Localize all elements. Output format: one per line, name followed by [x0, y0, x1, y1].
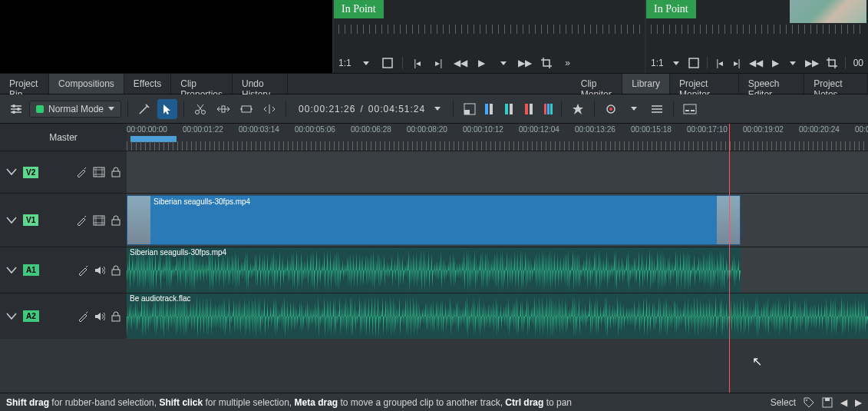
tab-project-bin[interactable]: Project Bin: [0, 74, 49, 94]
tab-project-notes[interactable]: Project Notes: [804, 74, 868, 94]
tab-effects[interactable]: Effects: [124, 74, 171, 94]
zoom-dropdown-icon[interactable]: [672, 56, 681, 70]
fullscreen-icon[interactable]: [688, 56, 699, 70]
track-collapse-icon[interactable]: [6, 168, 17, 176]
crop-icon[interactable]: [827, 56, 837, 70]
mixer-icon[interactable]: [460, 99, 480, 119]
master-track-label[interactable]: Master: [0, 124, 127, 151]
play-dropdown-icon[interactable]: [497, 56, 510, 70]
play-dropdown-icon[interactable]: [788, 56, 797, 70]
favorite-icon[interactable]: [568, 99, 588, 119]
monitor-ruler[interactable]: [338, 25, 640, 40]
track-label-a1[interactable]: A1: [23, 264, 39, 276]
svg-rect-19: [550, 104, 553, 114]
track-effects-icon[interactable]: [78, 311, 88, 322]
color-tag-blue[interactable]: [483, 103, 495, 115]
set-out-icon[interactable]: ▸|: [732, 56, 741, 70]
forward-icon[interactable]: ▶▶: [518, 56, 532, 70]
timeline-ruler[interactable]: 00:00:00:0000:00:01:2200:00:03:1400:00:0…: [127, 124, 868, 151]
ruler-label: 00:00:08:20: [407, 125, 447, 134]
track-label-v2[interactable]: V2: [23, 167, 38, 178]
save-icon[interactable]: [822, 397, 833, 408]
track-video-icon[interactable]: [93, 167, 105, 177]
preview-settings-icon[interactable]: [647, 99, 667, 119]
subtitles-icon[interactable]: [680, 99, 700, 119]
tab-undo-history[interactable]: Undo History: [233, 74, 288, 94]
svg-rect-15: [525, 104, 528, 114]
tab-compositions[interactable]: Compositions: [49, 74, 124, 94]
track-collapse-icon[interactable]: [6, 313, 17, 320]
razor-tool-icon[interactable]: [190, 99, 210, 119]
clip-name: Siberian seagulls-30fps.mp4: [130, 248, 226, 257]
tab-clip-monitor[interactable]: Clip Monitor: [572, 74, 623, 94]
play-icon[interactable]: ▶: [771, 56, 780, 70]
edit-mode-selector[interactable]: Normal Mode: [29, 101, 121, 118]
spacer-tool-icon[interactable]: [213, 99, 233, 119]
zoom-level[interactable]: 1:1: [651, 58, 664, 68]
track-mute-icon[interactable]: [94, 265, 105, 276]
rewind-icon[interactable]: ◀◀: [749, 56, 763, 70]
track-collapse-icon[interactable]: [6, 217, 17, 224]
chevron-down-icon[interactable]: [434, 107, 441, 111]
play-icon[interactable]: ▶: [475, 56, 489, 70]
track-a1-content[interactable]: Siberian seagulls-30fps.mp4: [127, 247, 868, 293]
prev-icon[interactable]: ◀: [840, 397, 847, 408]
track-mute-icon[interactable]: [94, 311, 105, 322]
slip-tool-icon[interactable]: [236, 99, 256, 119]
playhead[interactable]: [729, 124, 730, 393]
track-v2-content[interactable]: [127, 151, 868, 193]
track-v1-content[interactable]: Siberian seagulls-30fps.mp4: [127, 194, 868, 247]
ripple-tool-icon[interactable]: [259, 99, 279, 119]
audio-clip[interactable]: Siberian seagulls-30fps.mp4: [127, 247, 741, 293]
tab-clip-properties[interactable]: Clip Properties: [171, 74, 233, 94]
tab-speech-editor[interactable]: Speech Editor: [739, 74, 804, 94]
record-icon[interactable]: [601, 99, 621, 119]
record-dropdown-icon[interactable]: [624, 99, 644, 119]
track-lock-icon[interactable]: [111, 265, 120, 276]
track-effects-icon[interactable]: [76, 167, 87, 177]
track-label-v1[interactable]: V1: [23, 214, 38, 226]
color-tag-red[interactable]: [523, 103, 535, 115]
svg-point-6: [202, 110, 206, 114]
zoom-dropdown-icon[interactable]: [359, 56, 373, 70]
ruler-label: 00:00:12:04: [519, 125, 559, 134]
set-in-icon[interactable]: |◂: [715, 56, 724, 70]
svg-rect-31: [825, 398, 830, 401]
track-video-icon[interactable]: [93, 215, 105, 226]
next-icon[interactable]: ▶: [855, 397, 862, 408]
video-clip[interactable]: Siberian seagulls-30fps.mp4: [127, 195, 741, 245]
color-tag-cyan[interactable]: [503, 103, 515, 115]
track-lock-icon[interactable]: [111, 167, 120, 177]
crop-icon[interactable]: [540, 56, 553, 70]
rewind-icon[interactable]: ◀◀: [454, 56, 467, 70]
in-point-marker: In Point: [646, 0, 696, 18]
svg-rect-28: [112, 316, 120, 321]
color-tag-mix[interactable]: [543, 103, 555, 115]
set-in-icon[interactable]: |◂: [411, 56, 424, 70]
forward-icon[interactable]: ▶▶: [805, 56, 819, 70]
set-out-icon[interactable]: ▸|: [432, 56, 446, 70]
audio-clip[interactable]: Be audiotrack.flac: [127, 293, 868, 339]
monitor-more-icon[interactable]: »: [561, 56, 575, 70]
ruler-label: 00:00:05:06: [295, 125, 335, 134]
settings-icon[interactable]: [6, 99, 26, 119]
monitor-ruler[interactable]: [651, 25, 863, 40]
tab-library[interactable]: Library: [622, 74, 670, 94]
selection-tool[interactable]: [157, 99, 177, 119]
svg-rect-10: [464, 110, 470, 114]
tag-icon[interactable]: [804, 397, 814, 408]
current-timecode[interactable]: 00:00:21:26: [299, 104, 355, 114]
track-lock-icon[interactable]: [111, 215, 120, 226]
track-label-a2[interactable]: A2: [23, 310, 39, 322]
track-collapse-icon[interactable]: [6, 267, 17, 274]
tab-project-monitor[interactable]: Project Monitor: [670, 74, 739, 94]
zoom-level[interactable]: 1:1: [338, 58, 351, 68]
track-effects-icon[interactable]: [76, 215, 87, 226]
track-a2-content[interactable]: Be audiotrack.flac: [127, 293, 868, 339]
project-monitor-panel: In Point 1:1 |◂ ▸| ◀◀ ▶ ▶▶ 00: [646, 0, 868, 73]
track-lock-icon[interactable]: [111, 311, 120, 322]
magic-wand-icon[interactable]: [134, 99, 154, 119]
track-effects-icon[interactable]: [78, 265, 88, 276]
fullscreen-icon[interactable]: [381, 56, 394, 70]
ruler-label: 00:00:06:28: [351, 125, 391, 134]
